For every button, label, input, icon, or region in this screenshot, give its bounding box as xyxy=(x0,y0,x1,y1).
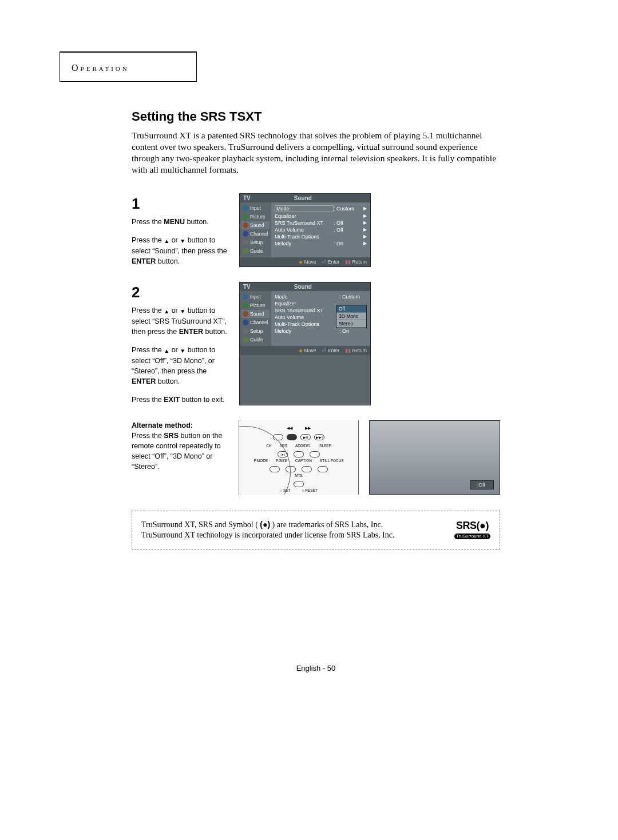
sidebar-label-channel: Channel xyxy=(250,320,268,325)
step-2-number: 2 xyxy=(132,282,229,304)
return-label: Return xyxy=(352,348,367,353)
section-header-box: Operation xyxy=(60,51,197,82)
adddel-button xyxy=(294,451,304,457)
enter-label: Enter xyxy=(328,348,339,353)
step1-p2-b: button. xyxy=(156,257,180,265)
sidebar-item-setup: Setup xyxy=(241,238,270,246)
step1-menu-bold: MENU xyxy=(164,218,185,226)
tm-line1b: ) are trademarks of SRS Labs, Inc. xyxy=(270,520,383,529)
osd-melody-label: Melody xyxy=(275,328,339,334)
sidebar-item-sound: Sound xyxy=(241,310,270,318)
sidebar-label-picture: Picture xyxy=(250,214,265,220)
osd-melody-label: Melody xyxy=(275,241,334,246)
osd-option-stereo: Stereo xyxy=(336,320,366,328)
osd-screenshot-2: TV Sound Input Picture Sound Channel Set… xyxy=(239,282,371,405)
return-label: Return xyxy=(352,259,367,265)
picture-icon xyxy=(243,302,248,308)
setup-icon xyxy=(243,240,248,245)
sidebar-label-sound: Sound xyxy=(250,311,264,317)
osd-screenshot-1: TV Sound Input Picture Sound Channel Set… xyxy=(239,193,371,267)
caption-button xyxy=(302,466,312,472)
input-icon xyxy=(243,294,248,300)
step-2-text: 2 Press the or button to select “SRS Tru… xyxy=(132,282,229,405)
osd-autovol-val: : Off xyxy=(334,227,361,233)
remote-control-illustration: ◀◀ ▶▶ ▶II ▶▶I CH SRS ADD/DEL SLEEP xyxy=(239,420,358,495)
mts-button xyxy=(294,481,304,487)
osd-tv-label-2: TV xyxy=(243,284,251,290)
step2-p1-b: button. xyxy=(203,328,227,336)
step2-enter1-bold: ENTER xyxy=(179,328,203,336)
tm-line2: TruSurround XT technology is incorporate… xyxy=(141,531,395,539)
srs-logo-top: SRS(●) xyxy=(454,520,490,531)
sidebar-item-input: Input xyxy=(241,293,270,301)
alt-srs-bold: SRS xyxy=(164,432,179,440)
step2-enter2-bold: ENTER xyxy=(132,377,156,385)
osd-melody-val: : On xyxy=(334,241,361,246)
sidebar-item-sound: Sound xyxy=(241,221,270,229)
osd-autovol-label: Auto Volume xyxy=(275,227,334,233)
srs-logo-bottom: TruSurround XT xyxy=(454,534,490,539)
osd-option-3dmono: 3D Mono xyxy=(336,313,366,320)
osd-footer-move-2: ◆ Move xyxy=(299,348,316,353)
sidebar-label-setup: Setup xyxy=(250,328,263,334)
tm-line1a: TruSurround XT, SRS and Symbol ( xyxy=(141,520,260,529)
channel-icon xyxy=(243,231,248,237)
osd-srs-val: : Off xyxy=(334,220,361,226)
chevron-right-icon: ▶ xyxy=(363,227,367,232)
step2-p3-a: Press the xyxy=(132,396,164,404)
osd-eq-label: Equalizer xyxy=(275,213,334,219)
sidebar-item-input: Input xyxy=(241,204,270,212)
down-arrow-icon xyxy=(180,306,185,316)
step2-or2: or xyxy=(169,346,180,354)
step2-p1-a: Press the xyxy=(132,306,164,314)
input-icon xyxy=(243,205,248,211)
remote-sleep-label: SLEEP xyxy=(319,444,331,448)
down-arrow-icon xyxy=(180,236,185,246)
osd-autovol-label: Auto Volume xyxy=(275,314,339,320)
guide-icon xyxy=(243,337,248,343)
sleep-button xyxy=(310,451,320,457)
sidebar-item-setup: Setup xyxy=(241,327,270,335)
sidebar-item-guide: Guide xyxy=(241,247,270,255)
step1-or: or xyxy=(169,236,180,244)
trademark-text: TruSurround XT, SRS and Symbol ( (●) ) a… xyxy=(141,519,395,542)
move-label: Move xyxy=(304,259,316,265)
osd-option-off: Off xyxy=(336,305,366,313)
sidebar-label-input: Input xyxy=(250,294,261,300)
alt-heading: Alternate method: xyxy=(132,421,193,429)
osd-footer-enter-2: ⏎ Enter xyxy=(322,348,339,353)
channel-icon xyxy=(243,320,248,325)
step2-or1: or xyxy=(169,306,180,314)
section-header: Operation xyxy=(72,63,129,73)
sidebar-label-channel: Channel xyxy=(250,231,268,237)
trademark-note: TruSurround XT, SRS and Symbol ( (●) ) a… xyxy=(132,511,500,550)
forward-button: ▶▶I xyxy=(314,434,324,440)
step1-p2-a: Press the xyxy=(132,236,164,244)
osd-footer-enter: ⏎ Enter xyxy=(322,259,339,265)
step1-p1-a: Press the xyxy=(132,218,164,226)
down-arrow-icon xyxy=(180,345,185,356)
osd-mto-label: Multi-Track Options xyxy=(275,234,334,240)
sidebar-item-guide: Guide xyxy=(241,336,270,344)
osd-title-2: Sound xyxy=(294,284,312,290)
sidebar-label-guide: Guide xyxy=(250,337,263,343)
remote-mts-label: MTS xyxy=(295,473,303,477)
guide-icon xyxy=(243,248,248,254)
osd-mode-val: : Custom xyxy=(339,294,367,300)
osd-sidebar: Input Picture Sound Channel Setup Guide xyxy=(240,202,271,257)
step2-p3-b: button to exit. xyxy=(180,396,225,404)
osd-footer-return-2: ▮▮ Return xyxy=(345,348,367,353)
play-pause-button: ▶II xyxy=(300,434,311,440)
sidebar-item-picture: Picture xyxy=(241,213,270,221)
alt-a: Press the xyxy=(132,432,164,440)
osd-mode-label: Mode xyxy=(275,205,334,212)
chevron-right-icon: ▶ xyxy=(363,220,367,225)
intro-paragraph: TruSurround XT is a patented SRS technol… xyxy=(132,130,498,176)
sound-icon xyxy=(243,311,248,317)
osd-footer-return: ▮▮ Return xyxy=(345,259,367,265)
step2-p2-a: Press the xyxy=(132,346,164,354)
alternate-method-row: Alternate method: Press the SRS button o… xyxy=(132,420,500,495)
osd-main-panel-2: Mode: Custom Equalizer SRS TruSurround X… xyxy=(271,291,370,346)
osd-footer-move: ◆ Move xyxy=(299,259,316,265)
osd-melody-val: : On xyxy=(339,328,367,334)
